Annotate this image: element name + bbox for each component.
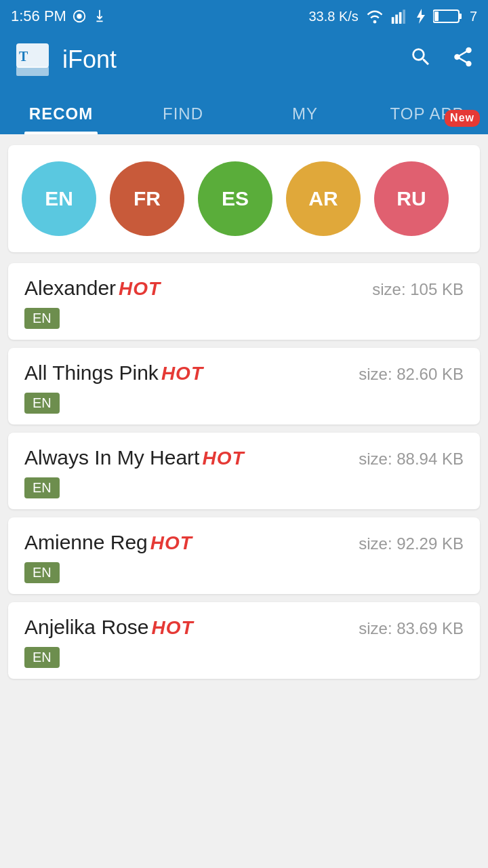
font-item[interactable]: All Things Pink HOT size: 82.60 KB EN <box>8 348 480 425</box>
font-name: Amienne Reg <box>24 531 148 554</box>
network-speed: 33.8 K/s <box>308 9 358 24</box>
status-bar: 1:56 PM 33.8 K/s 7 <box>0 0 488 33</box>
hot-badge: HOT <box>119 278 161 300</box>
lang-ar[interactable]: AR <box>286 161 361 236</box>
status-left: 1:56 PM <box>11 7 107 25</box>
tab-find[interactable]: FIND <box>122 104 244 134</box>
font-item-top: Amienne Reg HOT size: 92.29 KB <box>24 531 464 554</box>
font-item-top: Alexander HOT size: 105 KB <box>24 277 464 300</box>
app-bar: T iFont <box>0 33 488 87</box>
font-item[interactable]: Always In My Heart HOT size: 88.94 KB EN <box>8 433 480 509</box>
svg-rect-1 <box>392 17 394 24</box>
lang-tag: EN <box>24 308 60 329</box>
tab-topapp[interactable]: TOP APP New <box>366 104 488 134</box>
hot-badge: HOT <box>150 532 192 554</box>
lang-es[interactable]: ES <box>198 161 272 236</box>
font-size: size: 92.29 KB <box>359 534 464 553</box>
font-name-row: All Things Pink HOT <box>24 361 203 384</box>
lang-tag: EN <box>24 647 60 668</box>
font-list: Alexander HOT size: 105 KB EN All Things… <box>0 263 488 695</box>
lang-ru[interactable]: RU <box>374 161 449 236</box>
hot-badge: HOT <box>161 363 203 384</box>
font-name: All Things Pink <box>24 361 159 384</box>
font-item-top: Anjelika Rose HOT size: 83.69 KB <box>24 616 464 639</box>
font-name-row: Alexander HOT <box>24 277 161 300</box>
lang-tag: EN <box>24 393 60 414</box>
font-item[interactable]: Amienne Reg HOT size: 92.29 KB EN <box>8 517 480 594</box>
font-size: size: 83.69 KB <box>359 619 464 638</box>
hot-badge: HOT <box>151 617 193 639</box>
charging-icon <box>415 9 426 24</box>
font-name: Alexander <box>24 277 116 300</box>
font-item-top: Always In My Heart HOT size: 88.94 KB <box>24 446 464 469</box>
font-item-top: All Things Pink HOT size: 82.60 KB <box>24 361 464 384</box>
font-name-row: Amienne Reg HOT <box>24 531 192 554</box>
wifi-icon <box>365 9 384 24</box>
svg-text:T: T <box>19 49 28 64</box>
status-right: 33.8 K/s 7 <box>308 9 477 24</box>
svg-rect-2 <box>395 15 398 24</box>
lang-en[interactable]: EN <box>22 161 96 236</box>
search-icon[interactable] <box>409 45 432 74</box>
battery-level: 7 <box>470 9 477 24</box>
font-size: size: 88.94 KB <box>359 450 464 469</box>
font-size: size: 105 KB <box>372 280 464 299</box>
usb-icon <box>92 9 107 24</box>
location-icon <box>72 9 87 24</box>
svg-rect-7 <box>434 12 439 21</box>
tab-bar: RECOM FIND MY TOP APP New <box>0 87 488 134</box>
new-badge: New <box>445 110 480 127</box>
app-logo: T <box>14 41 52 79</box>
battery-icon <box>433 9 463 24</box>
font-name: Always In My Heart <box>24 446 199 469</box>
lang-tag: EN <box>24 477 60 498</box>
status-time: 1:56 PM <box>11 7 66 25</box>
svg-point-0 <box>77 14 81 18</box>
app-title: iFont <box>62 45 409 74</box>
lang-fr[interactable]: FR <box>110 161 184 236</box>
svg-rect-10 <box>16 66 49 76</box>
tab-my[interactable]: MY <box>244 104 366 134</box>
tab-recom[interactable]: RECOM <box>0 104 122 134</box>
font-item[interactable]: Alexander HOT size: 105 KB EN <box>8 263 480 340</box>
app-bar-actions <box>409 45 474 74</box>
hot-badge: HOT <box>202 448 244 469</box>
font-name-row: Anjelika Rose HOT <box>24 616 194 639</box>
font-size: size: 82.60 KB <box>359 365 464 384</box>
share-icon[interactable] <box>451 45 474 74</box>
lang-tag: EN <box>24 562 60 583</box>
font-item[interactable]: Anjelika Rose HOT size: 83.69 KB EN <box>8 602 480 679</box>
svg-rect-4 <box>403 9 405 24</box>
svg-rect-6 <box>459 14 462 19</box>
language-section: EN FR ES AR RU <box>8 145 480 252</box>
font-name: Anjelika Rose <box>24 616 148 639</box>
svg-rect-3 <box>399 12 402 24</box>
font-name-row: Always In My Heart HOT <box>24 446 245 469</box>
signal-icon <box>391 9 409 24</box>
